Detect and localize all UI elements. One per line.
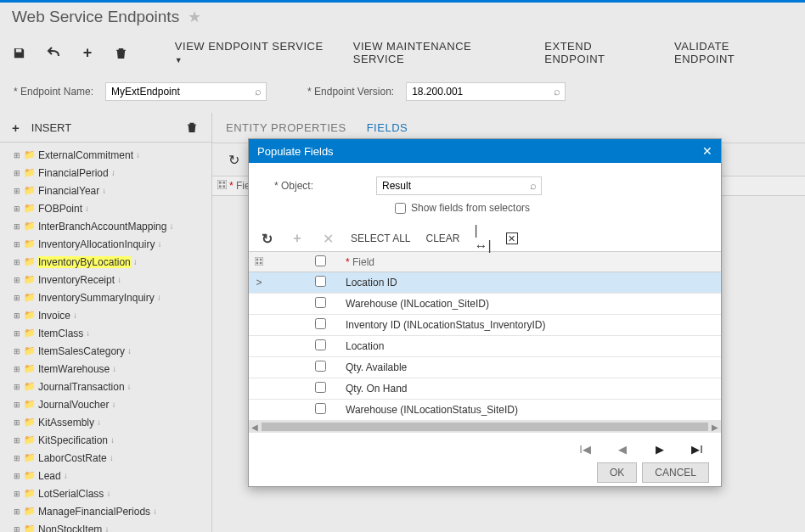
field-row[interactable]: Qty. On Hand xyxy=(249,378,721,400)
h-scrollbar[interactable]: ◀ ▶ xyxy=(249,421,721,433)
expand-icon[interactable]: ⊞ xyxy=(14,329,21,338)
expand-icon[interactable]: ⊞ xyxy=(14,365,21,373)
object-input[interactable] xyxy=(376,176,542,195)
select-all-button[interactable]: SELECT ALL xyxy=(351,232,411,244)
tree-item-invoice[interactable]: ⊞📁Invoice ↓ xyxy=(0,306,211,324)
row-checkbox[interactable] xyxy=(315,276,326,287)
tree-item-externalcommitment[interactable]: ⊞📁ExternalCommitment ↓ xyxy=(0,146,211,164)
page-prev-icon[interactable]: ◀ xyxy=(616,443,629,456)
tree-item-financialyear[interactable]: ⊞📁FinancialYear ↓ xyxy=(0,182,211,199)
expand-icon[interactable]: ⊞ xyxy=(14,472,21,480)
tree-item-itemclass[interactable]: ⊞📁ItemClass ↓ xyxy=(0,324,211,342)
dialog-add-icon[interactable]: + xyxy=(290,231,305,246)
tree-item-inventorybylocation[interactable]: ⊞📁InventoryByLocation ↓ xyxy=(0,253,211,271)
show-selectors-checkbox[interactable] xyxy=(395,203,406,214)
expand-icon[interactable]: ⊞ xyxy=(14,169,21,177)
tree-item-financialperiod[interactable]: ⊞📁FinancialPeriod ↓ xyxy=(0,164,211,182)
tree-item-inventoryallocationinquiry[interactable]: ⊞📁InventoryAllocationInquiry ↓ xyxy=(0,235,211,253)
refresh-icon[interactable]: ↻ xyxy=(226,152,241,167)
tree-item-itemwarehouse[interactable]: ⊞📁ItemWarehouse ↓ xyxy=(0,360,211,378)
scroll-thumb[interactable] xyxy=(262,423,708,431)
view-maintenance-service-menu[interactable]: VIEW MAINTENANCE SERVICE xyxy=(353,40,526,65)
expand-icon[interactable]: ⊞ xyxy=(14,454,21,462)
tree-item-kitspecification[interactable]: ⊞📁KitSpecification ↓ xyxy=(0,431,211,449)
row-checkbox[interactable] xyxy=(315,382,326,393)
tree-item-fobpoint[interactable]: ⊞📁FOBPoint ↓ xyxy=(0,199,211,217)
expand-icon[interactable]: ⊞ xyxy=(14,507,21,516)
tree-item-kitassembly[interactable]: ⊞📁KitAssembly ↓ xyxy=(0,413,211,431)
undo-icon[interactable] xyxy=(46,45,61,60)
expand-icon[interactable]: ⊞ xyxy=(14,311,21,320)
dialog-remove-icon[interactable]: ✕ xyxy=(320,231,335,246)
add-icon[interactable]: + xyxy=(80,45,95,60)
tree-item-label: ItemClass xyxy=(38,328,83,339)
expand-icon[interactable]: ⊞ xyxy=(14,204,21,213)
expand-icon[interactable]: ⊞ xyxy=(14,383,21,391)
endpoint-name-input[interactable] xyxy=(105,82,267,101)
field-row[interactable]: >Location ID xyxy=(249,272,721,294)
expand-icon[interactable]: ⊞ xyxy=(14,347,21,356)
dialog-grid-settings-icon[interactable] xyxy=(249,256,269,268)
tree-delete-icon[interactable] xyxy=(184,120,200,135)
row-checkbox[interactable] xyxy=(315,297,326,308)
field-row[interactable]: Warehouse (INLocation_SiteID) xyxy=(249,294,721,315)
expand-icon[interactable]: ⊞ xyxy=(14,525,21,533)
expand-icon[interactable]: ⊞ xyxy=(14,418,21,427)
expand-icon[interactable]: ⊞ xyxy=(14,258,21,266)
tree-item-itemsalescategory[interactable]: ⊞📁ItemSalesCategory ↓ xyxy=(0,342,211,360)
dialog-close-icon[interactable]: ✕ xyxy=(702,144,712,158)
tree-item-interbranchaccountmapping[interactable]: ⊞📁InterBranchAccountMapping ↓ xyxy=(0,217,211,235)
expand-icon[interactable]: ⊞ xyxy=(14,222,21,231)
page-next-icon[interactable]: ▶ xyxy=(653,443,667,456)
entity-tree[interactable]: ⊞📁ExternalCommitment ↓⊞📁FinancialPeriod … xyxy=(0,143,211,532)
clear-button[interactable]: CLEAR xyxy=(426,232,460,244)
fit-columns-icon[interactable]: |↔| xyxy=(476,231,491,246)
field-name-cell: Warehouse (INLocation_SiteID) xyxy=(341,298,721,310)
dialog-col-field[interactable]: Field xyxy=(341,256,721,268)
favorite-icon[interactable]: ★ xyxy=(188,8,201,26)
extend-endpoint-menu[interactable]: EXTEND ENDPOINT xyxy=(544,40,656,65)
tree-item-lead[interactable]: ⊞📁Lead ↓ xyxy=(0,467,211,484)
page-last-icon[interactable]: ▶I xyxy=(690,443,704,456)
save-icon[interactable] xyxy=(12,45,27,60)
dialog-refresh-icon[interactable]: ↻ xyxy=(259,231,274,246)
page-first-icon[interactable]: I◀ xyxy=(578,443,592,456)
tree-item-nonstockitem[interactable]: ⊞📁NonStockItem ↓ xyxy=(0,520,211,532)
expand-icon[interactable]: ⊞ xyxy=(14,276,21,284)
row-checkbox[interactable] xyxy=(315,318,326,329)
tree-item-managefinancialperiods[interactable]: ⊞📁ManageFinancialPeriods ↓ xyxy=(0,502,211,520)
tree-item-inventorysummaryinquiry[interactable]: ⊞📁InventorySummaryInquiry ↓ xyxy=(0,288,211,306)
expand-icon[interactable]: ⊞ xyxy=(14,187,21,195)
tree-item-laborcostrate[interactable]: ⊞📁LaborCostRate ↓ xyxy=(0,449,211,467)
insert-plus-icon[interactable]: + xyxy=(12,120,20,135)
insert-button[interactable]: INSERT xyxy=(31,121,71,134)
tree-item-lotserialclass[interactable]: ⊞📁LotSerialClass ↓ xyxy=(0,484,211,502)
validate-endpoint-menu[interactable]: VALIDATE ENDPOINT xyxy=(674,40,793,65)
export-icon[interactable]: ✕ xyxy=(506,232,518,244)
expand-icon[interactable]: ⊞ xyxy=(14,400,21,409)
expand-icon[interactable]: ⊞ xyxy=(14,240,21,249)
expand-icon[interactable]: ⊞ xyxy=(14,436,21,445)
field-row[interactable]: Location xyxy=(249,336,721,357)
ok-button[interactable]: OK xyxy=(597,462,637,483)
expand-icon[interactable]: ⊞ xyxy=(14,294,21,302)
delete-icon[interactable] xyxy=(114,45,129,60)
row-checkbox[interactable] xyxy=(315,361,326,372)
grid-settings-icon[interactable] xyxy=(212,180,226,192)
tree-item-journaltransaction[interactable]: ⊞📁JournalTransaction ↓ xyxy=(0,378,211,395)
endpoint-version-input[interactable] xyxy=(406,82,566,101)
tree-item-journalvoucher[interactable]: ⊞📁JournalVoucher ↓ xyxy=(0,395,211,413)
view-endpoint-service-menu[interactable]: VIEW ENDPOINT SERVICE ▼ xyxy=(175,40,335,65)
cancel-button[interactable]: CANCEL xyxy=(642,462,709,483)
expand-icon[interactable]: ⊞ xyxy=(14,490,21,498)
field-row[interactable]: Qty. Available xyxy=(249,357,721,378)
scroll-left-icon[interactable]: ◀ xyxy=(249,423,261,432)
row-checkbox[interactable] xyxy=(315,339,326,350)
expand-icon[interactable]: ⊞ xyxy=(14,151,21,160)
scroll-right-icon[interactable]: ▶ xyxy=(709,423,721,432)
row-checkbox[interactable] xyxy=(315,403,326,414)
field-row[interactable]: Inventory ID (INLocationStatus_Inventory… xyxy=(249,315,721,336)
field-row[interactable]: Warehouse (INLocationStatus_SiteID) xyxy=(249,400,721,421)
tree-item-inventoryreceipt[interactable]: ⊞📁InventoryReceipt ↓ xyxy=(0,271,211,288)
header-checkbox[interactable] xyxy=(315,255,326,266)
